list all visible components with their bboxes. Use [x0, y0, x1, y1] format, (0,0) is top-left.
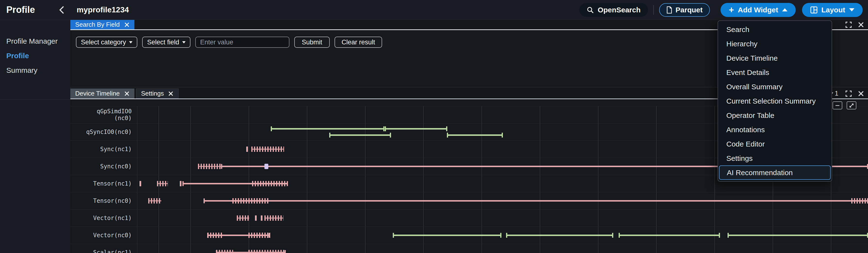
select-category-button[interactable]: Select category	[76, 37, 137, 48]
timeline-bar[interactable]	[271, 128, 384, 130]
row-label: Tensor(nc1)	[70, 175, 137, 192]
menu-item-device-timeline[interactable]: Device Timeline	[718, 51, 832, 65]
timeline-panel-controls: 1	[829, 89, 864, 98]
add-widget-menu: SearchHierarchyDevice TimelineEvent Deta…	[718, 20, 832, 182]
minus-icon	[835, 105, 840, 106]
timeline-bar[interactable]	[330, 134, 391, 136]
menu-item-event-details[interactable]: Event Details	[718, 65, 832, 80]
parquet-button[interactable]: Parquet	[659, 3, 710, 17]
tab-label: Device Timeline	[75, 90, 120, 97]
timeline-track[interactable]	[137, 210, 868, 227]
menu-item-hierarchy[interactable]: Hierarchy	[718, 37, 832, 51]
tab-device-timeline[interactable]: Device Timeline	[70, 89, 134, 98]
row-label: Vector(nc0)	[70, 227, 137, 244]
app-header: myprofile1234 OpenSearch Parquet + Add W…	[70, 0, 868, 20]
document-icon	[666, 6, 672, 13]
timeline-bar[interactable]	[204, 200, 868, 201]
timeline-bar[interactable]	[851, 198, 868, 203]
sidebar-brand: Profile	[0, 0, 70, 20]
timeline-bar[interactable]	[140, 181, 141, 186]
select-field-button[interactable]: Select field	[142, 37, 190, 48]
tab-close-icon[interactable]	[124, 22, 129, 27]
timeline-row: Scalar(nc1)	[70, 244, 868, 253]
timeline-bar[interactable]	[385, 128, 447, 130]
chevron-left-icon	[59, 6, 64, 14]
menu-item-annotations[interactable]: Annotations	[718, 123, 832, 137]
submit-button[interactable]: Submit	[294, 37, 330, 48]
timeline-row: Vector(nc1)	[70, 210, 868, 227]
timeline-bar[interactable]	[255, 215, 257, 221]
sidebar-collapse-button[interactable]	[59, 6, 64, 14]
add-widget-label: Add Widget	[738, 6, 778, 14]
timeline-bar[interactable]	[265, 164, 268, 169]
row-label: Vector(nc1)	[70, 210, 137, 227]
layout-button[interactable]: Layout	[802, 3, 863, 17]
opensearch-button[interactable]: OpenSearch	[579, 3, 648, 17]
panel-close-icon[interactable]	[858, 91, 864, 97]
menu-item-search[interactable]: Search	[718, 22, 832, 37]
timeline-bar[interactable]	[265, 215, 283, 221]
app-title: Profile	[6, 5, 35, 15]
panel-expand-icon[interactable]	[845, 90, 852, 97]
caret-up-icon	[782, 8, 787, 11]
timeline-track[interactable]	[137, 227, 868, 244]
timeline-bar[interactable]	[261, 215, 262, 221]
timeline-bar[interactable]	[248, 250, 286, 253]
timeline-bar[interactable]	[251, 147, 284, 152]
timeline-bar[interactable]	[447, 134, 503, 136]
sidebar-item-summary[interactable]: Summary	[0, 63, 70, 77]
tab-label: Settings	[141, 90, 164, 97]
menu-item-code-editor[interactable]: Code Editor	[718, 137, 832, 151]
timeline-bar[interactable]	[506, 234, 613, 236]
timeline-bar[interactable]	[198, 164, 221, 169]
timeline-bar[interactable]	[248, 233, 270, 238]
panel-expand-icon[interactable]	[845, 21, 852, 28]
tab-close-icon[interactable]	[124, 91, 129, 96]
timeline-bar[interactable]	[619, 234, 720, 236]
caret-down-icon	[129, 41, 132, 43]
menu-item-overall-summary[interactable]: Overall Summary	[718, 80, 832, 94]
expand-arrows-icon	[849, 103, 854, 108]
menu-item-operator-table[interactable]: Operator Table	[718, 108, 832, 123]
menu-item-settings[interactable]: Settings	[718, 151, 832, 165]
sidebar: Profile Profile ManagerProfileSummary	[0, 0, 71, 253]
select-field-label: Select field	[147, 38, 179, 46]
timeline-bar[interactable]	[148, 198, 161, 203]
timeline-bar[interactable]	[216, 250, 233, 253]
caret-down-icon	[182, 41, 186, 43]
timeline-bar[interactable]	[180, 181, 182, 186]
timeline-bar[interactable]	[393, 234, 501, 236]
menu-item-current-selection-summary[interactable]: Current Selection Summary	[718, 94, 832, 108]
sidebar-item-profile-manager[interactable]: Profile Manager	[0, 34, 70, 49]
select-category-label: Select category	[81, 38, 126, 46]
timeline-bar[interactable]	[157, 181, 168, 186]
timeline-bar[interactable]	[208, 233, 223, 238]
panel-close-icon[interactable]	[858, 22, 864, 28]
row-label: Scalar(nc1)	[70, 244, 137, 253]
header-actions: OpenSearch Parquet + Add Widget Layout	[579, 3, 863, 17]
timeline-track[interactable]	[137, 244, 868, 253]
row-label: Tensor(nc0)	[70, 192, 137, 209]
header-divider	[653, 5, 654, 15]
sidebar-item-profile[interactable]: Profile	[0, 49, 70, 63]
timeline-bar[interactable]	[252, 181, 287, 186]
row-label: Sync(nc1)	[70, 141, 137, 158]
menu-item-ai-recommendation[interactable]: AI Recommendation	[719, 165, 831, 180]
layout-label: Layout	[822, 6, 845, 14]
timeline-bar[interactable]	[246, 147, 248, 152]
timeline-track[interactable]	[137, 192, 868, 209]
timeline-bar[interactable]	[237, 215, 249, 221]
tab-settings[interactable]: Settings	[136, 89, 179, 98]
fit-view-button[interactable]	[847, 101, 856, 109]
sidebar-divider	[0, 99, 70, 100]
row-label: Sync(nc0)	[70, 158, 137, 175]
timeline-bar[interactable]	[232, 198, 269, 203]
tab-close-icon[interactable]	[168, 91, 174, 96]
timeline-bar[interactable]	[728, 234, 868, 236]
add-widget-button[interactable]: + Add Widget	[720, 3, 796, 17]
zoom-out-button[interactable]	[833, 101, 842, 109]
plus-icon: +	[729, 6, 734, 14]
tab-search-by-field[interactable]: Search By Field	[70, 20, 134, 29]
clear-result-button[interactable]: Clear result	[335, 37, 382, 48]
value-input[interactable]	[195, 37, 289, 48]
